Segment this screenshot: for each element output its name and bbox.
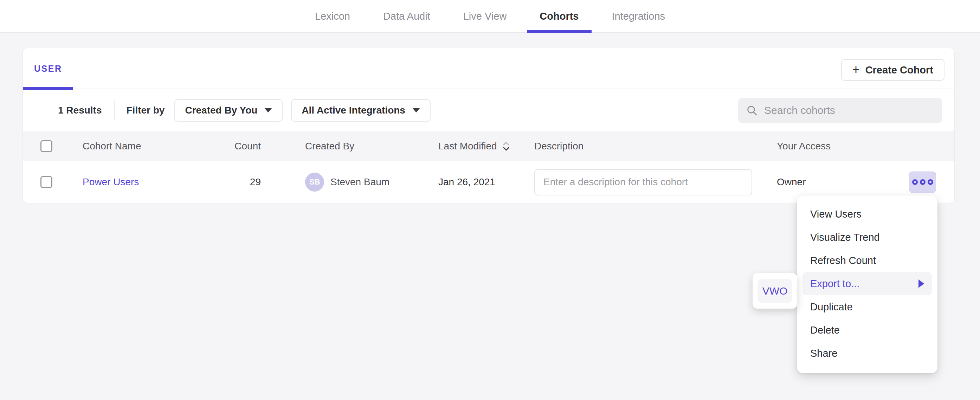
header-last-modified[interactable]: Last Modified	[438, 140, 534, 152]
last-modified-cell: Jan 26, 2021	[438, 177, 534, 188]
menu-item-label: Share	[810, 347, 837, 359]
header-created-by: Created By	[261, 140, 438, 152]
menu-item-delete[interactable]: Delete	[802, 319, 932, 342]
created-by-dropdown[interactable]: Created By You	[174, 99, 283, 122]
ellipsis-icon	[920, 179, 926, 185]
header-your-access: Your Access	[752, 140, 955, 152]
row-checkbox-cell	[23, 176, 83, 188]
nav-tab-live-view[interactable]: Live View	[451, 0, 520, 32]
menu-item-label: Refresh Count	[810, 255, 876, 266]
create-cohort-label: Create Cohort	[865, 64, 933, 76]
integrations-dropdown[interactable]: All Active Integrations	[291, 99, 431, 122]
description-input[interactable]	[534, 169, 752, 195]
filter-toolbar: 1 Results Filter by Created By You All A…	[23, 89, 955, 131]
access-cell: Owner	[752, 172, 955, 193]
header-checkbox-cell	[23, 140, 83, 152]
active-tab-underline	[527, 30, 591, 33]
avatar: SB	[305, 172, 324, 191]
nav-tab-label: Data Audit	[383, 11, 430, 22]
ellipsis-icon	[928, 179, 933, 185]
menu-item-share[interactable]: Share	[802, 342, 932, 365]
select-all-checkbox[interactable]	[40, 140, 52, 152]
ellipsis-icon	[912, 179, 918, 185]
cohorts-panel: USER + Create Cohort 1 Results Filter by…	[22, 48, 955, 203]
menu-item-label: View Users	[810, 209, 862, 220]
nav-tab-label: Live View	[463, 11, 507, 22]
menu-item-label: Export to...	[810, 278, 859, 290]
results-count: 1 Results	[58, 105, 102, 116]
row-checkbox[interactable]	[40, 176, 52, 188]
vertical-divider	[114, 100, 115, 120]
search-icon	[746, 104, 758, 116]
chevron-down-icon	[264, 108, 272, 113]
tab-user-label: USER	[34, 64, 62, 74]
created-by-cell: SB Steven Baum	[261, 172, 438, 191]
nav-tab-lexicon[interactable]: Lexicon	[302, 0, 363, 32]
create-cohort-button[interactable]: + Create Cohort	[841, 59, 945, 81]
table-header-row: Cohort Name Count Created By Last Modifi…	[23, 131, 955, 161]
cohort-name-cell: Power Users	[83, 177, 199, 188]
nav-tab-cohorts[interactable]: Cohorts	[527, 0, 591, 32]
menu-item-label: Duplicate	[810, 301, 853, 313]
cohort-name-link[interactable]: Power Users	[83, 177, 139, 187]
access-value: Owner	[777, 177, 806, 188]
nav-tab-label: Lexicon	[315, 11, 350, 22]
header-count: Count	[199, 140, 261, 152]
tab-user[interactable]: USER	[23, 48, 73, 89]
header-description: Description	[534, 140, 752, 152]
panel-tabs-bar: USER + Create Cohort	[23, 48, 955, 89]
header-cohort-name: Cohort Name	[83, 140, 199, 152]
count-cell: 29	[199, 177, 261, 188]
sort-icon	[503, 141, 510, 151]
search-cohorts-box[interactable]	[738, 98, 942, 123]
filter-by-label: Filter by	[127, 105, 165, 116]
plus-icon: +	[853, 63, 860, 76]
search-cohorts-input[interactable]	[764, 104, 934, 116]
nav-tab-label: Integrations	[612, 11, 665, 22]
nav-tab-label: Cohorts	[539, 11, 579, 22]
top-navigation: Lexicon Data Audit Live View Cohorts Int…	[0, 0, 980, 33]
row-actions-menu: View Users Visualize Trend Refresh Count…	[797, 195, 937, 373]
nav-tab-data-audit[interactable]: Data Audit	[371, 0, 443, 32]
header-last-modified-label: Last Modified	[438, 140, 497, 152]
row-actions-button[interactable]	[909, 172, 936, 193]
menu-item-visualize-trend[interactable]: Visualize Trend	[802, 226, 932, 249]
menu-item-label: Visualize Trend	[810, 232, 880, 243]
menu-item-duplicate[interactable]: Duplicate	[802, 295, 932, 319]
header-your-access-label: Your Access	[777, 140, 830, 152]
export-submenu: VWO	[752, 273, 797, 309]
integrations-dropdown-label: All Active Integrations	[302, 105, 405, 116]
created-by-name: Steven Baum	[331, 177, 390, 188]
nav-tab-integrations[interactable]: Integrations	[599, 0, 678, 32]
menu-item-label: Delete	[810, 324, 840, 336]
menu-item-export-to[interactable]: Export to...	[802, 272, 932, 295]
description-cell	[534, 169, 752, 195]
created-by-dropdown-label: Created By You	[185, 105, 257, 116]
tab-user-underline	[23, 87, 73, 90]
export-vwo-button[interactable]: VWO	[757, 279, 792, 303]
chevron-down-icon	[412, 108, 420, 113]
menu-item-refresh-count[interactable]: Refresh Count	[802, 249, 932, 272]
menu-item-view-users[interactable]: View Users	[802, 202, 932, 226]
submenu-arrow-icon	[918, 279, 924, 288]
